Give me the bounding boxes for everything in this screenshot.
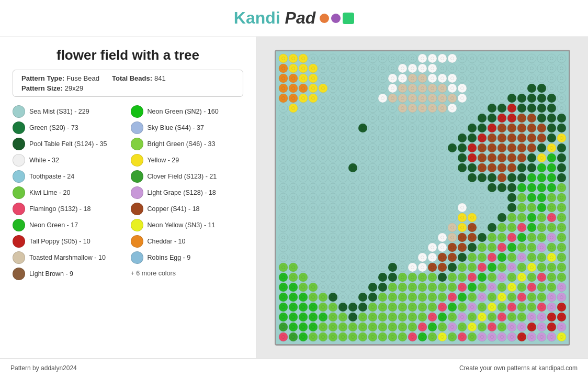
pattern-size: Pattern Size: 29x29 — [21, 84, 83, 92]
color-swatch — [13, 235, 25, 248]
colors-grid: Sea Mist (S31) - 229Green (S20) - 73Pool… — [13, 105, 243, 280]
logo-orange-circle — [320, 14, 329, 23]
color-item: Sea Mist (S31) - 229 — [13, 105, 126, 118]
color-label: Light Grape (S128) - 18 — [148, 189, 216, 196]
color-swatch — [131, 170, 143, 183]
color-item: Neon Yellow (SN3) - 11 — [131, 219, 244, 231]
color-label: Flamingo (S132) - 18 — [29, 205, 91, 213]
meta-box: Pattern Type: Fuse Bead Total Beads: 841… — [13, 70, 243, 97]
size-value: 29x29 — [65, 84, 83, 92]
color-item: Toothpaste - 24 — [13, 170, 126, 183]
footer-pattern-by: Pattern by addalyn2024 — [10, 364, 77, 372]
size-label: Pattern Size: — [21, 84, 63, 92]
color-swatch — [131, 203, 143, 215]
footer: Pattern by addalyn2024 Create your own p… — [0, 358, 588, 377]
color-label: Pool Table Felt (S124) - 35 — [29, 140, 107, 148]
color-swatch — [13, 170, 25, 183]
color-item: Sky Blue (S44) - 37 — [131, 121, 244, 134]
color-item: Neon Green (SN2) - 160 — [131, 105, 244, 118]
right-panel — [256, 37, 588, 358]
color-item: Tall Poppy (S05) - 10 — [13, 235, 126, 248]
color-item: Green (S20) - 73 — [13, 121, 126, 134]
logo: Kandi Pad — [234, 8, 354, 28]
color-label: Copper (S41) - 18 — [148, 205, 200, 213]
logo-text: Kandi Pad — [234, 8, 315, 28]
bead-canvas — [275, 50, 570, 346]
beads-value: 841 — [154, 74, 166, 82]
logo-kandi: Kandi — [234, 8, 280, 27]
color-swatch — [131, 219, 143, 231]
pattern-type: Pattern Type: Fuse Bead — [21, 74, 99, 82]
color-swatch — [13, 121, 25, 134]
color-label: Neon Yellow (SN3) - 11 — [148, 221, 216, 229]
color-swatch — [13, 138, 25, 150]
color-swatch — [13, 154, 25, 167]
color-item: Yellow - 29 — [131, 154, 244, 167]
color-item: Toasted Marshmallow - 10 — [13, 251, 126, 264]
logo-purple-circle — [331, 14, 341, 23]
color-swatch — [131, 251, 143, 264]
color-item: Clover Field (S123) - 21 — [131, 170, 244, 183]
color-label: Clover Field (S123) - 21 — [148, 173, 217, 180]
logo-pad: Pad — [285, 8, 316, 27]
color-label: Yellow - 29 — [148, 157, 179, 164]
logo-icons — [320, 13, 354, 24]
color-item: Light Grape (S128) - 18 — [131, 186, 244, 199]
color-label: Tall Poppy (S05) - 10 — [29, 238, 91, 245]
color-swatch — [13, 268, 25, 280]
color-swatch — [13, 203, 25, 215]
color-item: Robins Egg - 9 — [131, 251, 244, 264]
color-swatch — [131, 154, 143, 167]
more-colors: + 6 more colors — [131, 268, 244, 277]
color-label: Neon Green (SN2) - 160 — [148, 108, 219, 115]
type-value: Fuse Bead — [66, 74, 99, 82]
color-item: Cheddar - 10 — [131, 235, 244, 248]
left-panel: flower field with a tree Pattern Type: F… — [0, 37, 256, 358]
total-beads: Total Beads: 841 — [112, 74, 166, 82]
color-label: Robins Egg - 9 — [148, 254, 191, 261]
beads-label: Total Beads: — [112, 74, 152, 82]
color-item: Neon Green - 17 — [13, 219, 126, 231]
logo-green-square — [343, 13, 354, 24]
header: Kandi Pad — [0, 0, 588, 37]
color-swatch — [131, 186, 143, 199]
color-swatch — [131, 138, 143, 150]
color-label: Kiwi Lime - 20 — [29, 189, 71, 196]
color-item: Pool Table Felt (S124) - 35 — [13, 138, 126, 150]
color-label: Cheddar - 10 — [148, 238, 186, 245]
color-swatch — [131, 105, 143, 118]
footer-cta: Create your own patterns at kandipad.com — [459, 364, 578, 372]
color-item: Copper (S41) - 18 — [131, 203, 244, 215]
type-label: Pattern Type: — [21, 74, 64, 82]
main-content: flower field with a tree Pattern Type: F… — [0, 37, 588, 358]
color-swatch — [13, 251, 25, 264]
color-item: Flamingo (S132) - 18 — [13, 203, 126, 215]
color-label: Light Brown - 9 — [29, 270, 73, 278]
color-label: Toothpaste - 24 — [29, 173, 74, 180]
color-item: Kiwi Lime - 20 — [13, 186, 126, 199]
color-label: White - 32 — [29, 157, 59, 164]
color-swatch — [13, 186, 25, 199]
color-swatch — [13, 219, 25, 231]
color-label: Bright Green (S46) - 33 — [148, 140, 216, 148]
color-item: Bright Green (S46) - 33 — [131, 138, 244, 150]
color-label: Sea Mist (S31) - 229 — [29, 108, 89, 115]
color-label: Sky Blue (S44) - 37 — [148, 124, 204, 131]
color-item: Light Brown - 9 — [13, 268, 126, 280]
color-label: Toasted Marshmallow - 10 — [29, 254, 106, 261]
pattern-title: flower field with a tree — [13, 47, 243, 63]
color-item: White - 32 — [13, 154, 126, 167]
color-swatch — [13, 105, 25, 118]
color-swatch — [131, 235, 143, 248]
color-label: Neon Green - 17 — [29, 221, 78, 229]
color-swatch — [131, 121, 143, 134]
color-label: Green (S20) - 73 — [29, 124, 78, 131]
